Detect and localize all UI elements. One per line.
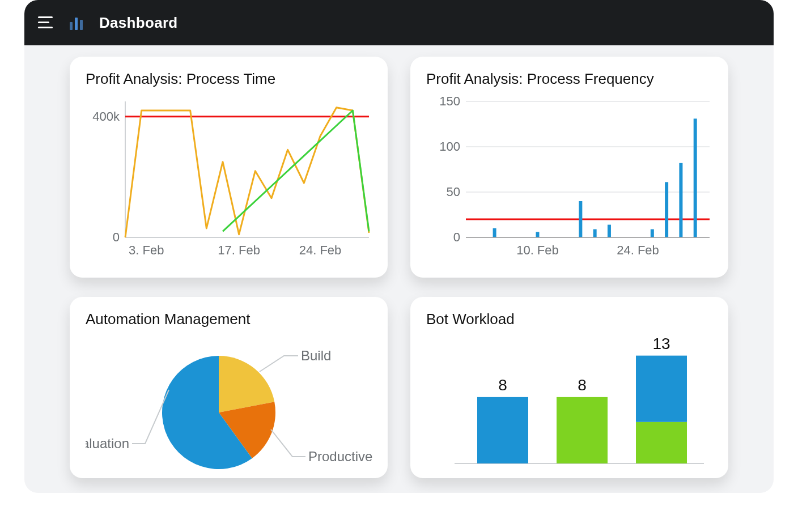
card-title: Automation Management	[86, 310, 372, 328]
card-automation: Automation Management BuildProductiveEva…	[70, 297, 388, 478]
chart-process-time: 0400k3. Feb17. Feb24. Feb	[86, 96, 375, 266]
svg-rect-38	[636, 356, 687, 422]
svg-text:0: 0	[113, 230, 120, 244]
app-frame: Dashboard Profit Analysis: Process Time …	[24, 0, 774, 493]
svg-rect-20	[536, 232, 539, 237]
svg-text:8: 8	[498, 376, 507, 394]
svg-rect-24	[651, 229, 654, 237]
svg-text:0: 0	[453, 230, 460, 244]
svg-text:10. Feb: 10. Feb	[516, 243, 559, 257]
chart-bot-workload: 8813	[426, 336, 715, 472]
chart-process-frequency: 05010015010. Feb24. Feb	[426, 96, 715, 266]
svg-text:24. Feb: 24. Feb	[617, 243, 659, 257]
svg-rect-25	[665, 182, 668, 237]
svg-text:150: 150	[439, 96, 460, 108]
svg-text:3. Feb: 3. Feb	[129, 243, 164, 257]
dashboard-grid: Profit Analysis: Process Time 0400k3. Fe…	[70, 57, 728, 493]
svg-text:Evaluation: Evaluation	[86, 436, 129, 451]
logo-bars-icon	[70, 15, 84, 30]
menu-icon[interactable]	[38, 16, 55, 29]
svg-rect-21	[579, 201, 582, 237]
card-title: Bot Workload	[426, 310, 712, 328]
svg-rect-23	[608, 225, 611, 237]
svg-rect-22	[593, 229, 597, 237]
svg-text:50: 50	[447, 185, 460, 199]
svg-text:17. Feb: 17. Feb	[218, 243, 260, 257]
svg-text:8: 8	[578, 376, 587, 394]
svg-text:Productive: Productive	[308, 449, 372, 464]
page-title: Dashboard	[99, 14, 178, 32]
topbar: Dashboard	[24, 0, 774, 45]
svg-text:100: 100	[439, 139, 460, 154]
svg-rect-27	[694, 118, 697, 237]
svg-text:13: 13	[652, 336, 670, 352]
card-process-time: Profit Analysis: Process Time 0400k3. Fe…	[70, 57, 388, 278]
chart-automation-pie: BuildProductiveEvaluation	[86, 336, 375, 472]
svg-rect-26	[679, 163, 682, 237]
card-title: Profit Analysis: Process Time	[86, 70, 372, 88]
svg-text:400k: 400k	[92, 109, 120, 124]
card-bot-workload: Bot Workload 8813	[410, 297, 728, 478]
card-title: Profit Analysis: Process Frequency	[426, 70, 712, 88]
svg-rect-33	[477, 397, 528, 463]
card-process-frequency: Profit Analysis: Process Frequency 05010…	[410, 57, 728, 278]
svg-rect-35	[557, 397, 608, 463]
svg-rect-37	[636, 422, 687, 463]
svg-rect-19	[493, 228, 496, 237]
svg-text:Build: Build	[301, 348, 331, 363]
svg-text:24. Feb: 24. Feb	[299, 243, 342, 257]
